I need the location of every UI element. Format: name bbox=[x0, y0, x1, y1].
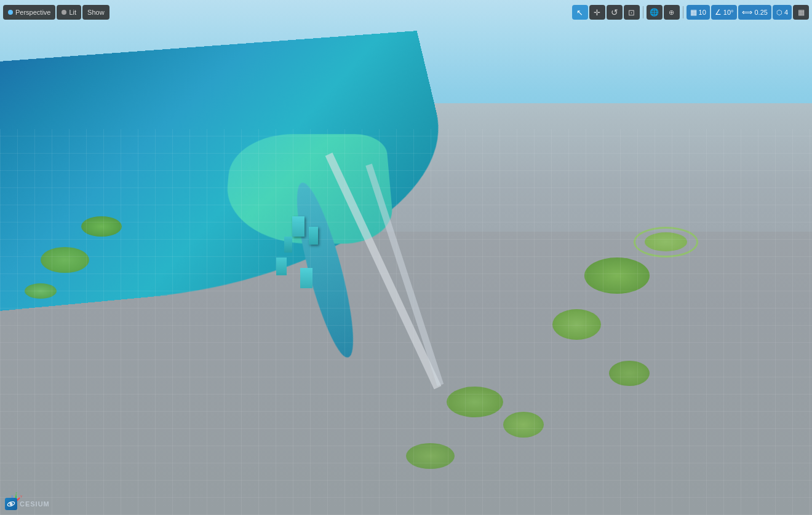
rotate-icon: ↺ bbox=[611, 7, 618, 17]
person-icon: ⊕ bbox=[669, 9, 674, 17]
svg-text:Z: Z bbox=[15, 492, 17, 495]
angle-value: 10° bbox=[723, 9, 734, 16]
toolbar-right: ↖ ✛ ↺ ⊡ 🌐 ⊕ bbox=[572, 5, 809, 20]
scale-icon: ⊡ bbox=[628, 8, 635, 17]
teal-building-2 bbox=[309, 227, 319, 245]
lit-dot bbox=[62, 10, 66, 15]
teal-building-4 bbox=[276, 258, 287, 275]
snap-value: 4 bbox=[784, 9, 788, 16]
grid-settings-button[interactable]: ▦ bbox=[793, 5, 809, 20]
lit-label: Lit bbox=[69, 9, 76, 16]
perspective-dot bbox=[8, 10, 13, 15]
show-button[interactable]: Show bbox=[82, 5, 109, 20]
move-tool-button[interactable]: ✛ bbox=[589, 5, 605, 20]
angle-button[interactable]: ∠ 10° bbox=[711, 5, 738, 20]
lit-button[interactable]: Lit bbox=[57, 5, 81, 20]
scale-tool-button[interactable]: ⊡ bbox=[624, 5, 640, 20]
camera-button[interactable]: ⬡ 4 bbox=[773, 5, 792, 20]
show-label: Show bbox=[87, 9, 105, 16]
camera-icon: ⬡ bbox=[776, 9, 782, 17]
cursor-icon: ↖ bbox=[576, 8, 583, 17]
globe-icon: 🌐 bbox=[650, 8, 659, 17]
grid-value: 10 bbox=[699, 9, 706, 16]
teal-building-1 bbox=[292, 216, 304, 237]
zoom-icon: ⟺ bbox=[742, 8, 752, 17]
svg-point-7 bbox=[10, 503, 13, 506]
angle-icon: ∠ bbox=[715, 8, 722, 17]
teal-building-5 bbox=[300, 268, 312, 289]
perspective-label: Perspective bbox=[15, 9, 50, 16]
zoom-button[interactable]: ⟺ 0.25 bbox=[738, 5, 771, 20]
grid-settings-icon: ▦ bbox=[798, 8, 805, 17]
cesium-logo-icon bbox=[5, 498, 17, 510]
cesium-icon-svg bbox=[7, 500, 15, 508]
viewport: Perspective Lit Show ↖ ✛ ↺ ⊡ bbox=[0, 0, 812, 515]
cesium-logo-text: CESIUM bbox=[20, 500, 50, 508]
globe-button[interactable]: 🌐 bbox=[647, 5, 663, 20]
grid-button[interactable]: ▦ 10 bbox=[687, 5, 710, 20]
toolbar: Perspective Lit Show ↖ ✛ ↺ ⊡ bbox=[3, 3, 809, 22]
move-icon: ✛ bbox=[594, 8, 600, 17]
surface-button[interactable]: ⊕ bbox=[664, 5, 680, 20]
rotate-tool-button[interactable]: ↺ bbox=[607, 5, 623, 20]
cesium-logo: CESIUM bbox=[5, 498, 50, 510]
separator-1 bbox=[643, 6, 643, 18]
teal-building-3 bbox=[284, 237, 292, 252]
cursor-tool-button[interactable]: ↖ bbox=[572, 5, 588, 20]
separator-2 bbox=[683, 6, 683, 18]
scale-value: 0.25 bbox=[754, 9, 767, 16]
perspective-button[interactable]: Perspective bbox=[3, 5, 55, 20]
grid-icon: ▦ bbox=[690, 8, 697, 17]
